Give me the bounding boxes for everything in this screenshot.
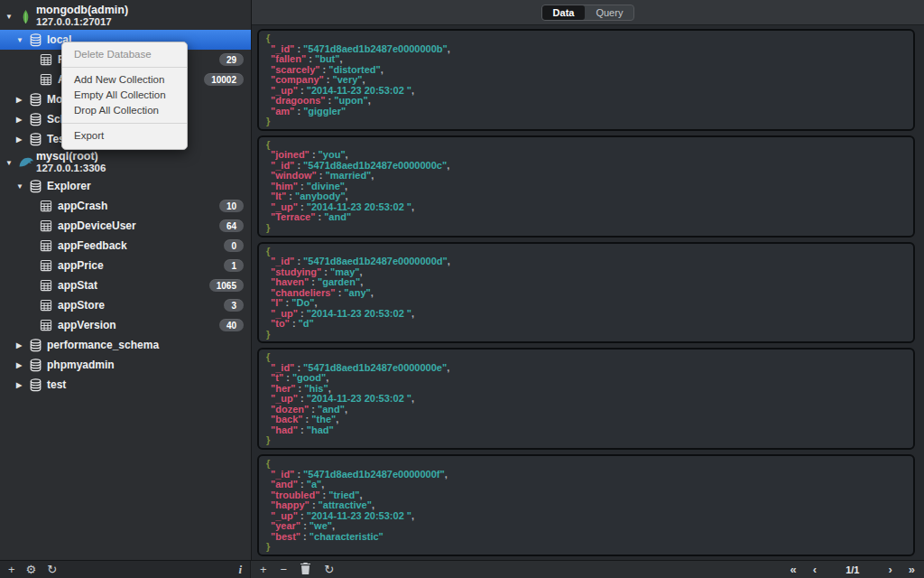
json-close-brace: } — [266, 330, 906, 340]
database-icon — [29, 180, 47, 193]
context-menu: Delete DatabaseAdd New CollectionEmpty A… — [61, 42, 188, 150]
menu-item-empty-all-collection[interactable]: Empty All Collection — [62, 88, 187, 103]
sidebar-item-appversion[interactable]: appVersion40 — [0, 315, 251, 335]
document-card[interactable]: {"_id" : "5471d8aed1b2487e0000000e","t" … — [257, 348, 915, 450]
database-icon — [29, 378, 47, 392]
sidebar-item-appfeedback[interactable]: appFeedback0 — [0, 236, 251, 256]
add-connection-button[interactable]: + — [8, 564, 15, 575]
minus-icon: − — [281, 564, 288, 575]
item-label: appVersion — [58, 319, 116, 331]
json-open-brace: { — [266, 140, 906, 151]
document-card[interactable]: {"joined" : "you","_id" : "5471d8aed1b24… — [257, 135, 915, 238]
mongodb-icon — [18, 9, 36, 24]
collection-icon — [40, 319, 58, 331]
sidebar-item-appprice[interactable]: appPrice1 — [0, 256, 251, 275]
documents-list: {"_id" : "5471d8aed1b2487e0000000b","fal… — [252, 25, 924, 560]
document-card[interactable]: {"_id" : "5471d8aed1b2487e0000000b","fal… — [257, 29, 915, 131]
collection-icon — [40, 239, 58, 252]
json-field: "dragoons" : "upon", — [266, 96, 906, 107]
delete-documents-button[interactable] — [300, 563, 310, 576]
prev-page-button[interactable]: ‹ — [813, 564, 817, 575]
sidebar-item-appstore[interactable]: appStore3 — [0, 295, 251, 315]
sidebar-connection-mongodb[interactable]: ▼mongodb(admin)127.0.0.1:27017 — [0, 3, 251, 30]
document-actions: +−↻ — [260, 563, 334, 576]
refresh-documents-button[interactable]: ↻ — [324, 564, 334, 575]
last-page-button[interactable]: » — [909, 564, 915, 575]
next-page-button[interactable]: › — [888, 564, 892, 575]
sidebar-item-appdeviceuser[interactable]: appDeviceUser64 — [0, 216, 251, 236]
plus-icon: + — [8, 564, 15, 575]
sidebar-toolbar: +⚙↻i — [0, 561, 251, 578]
refresh-icon: ↻ — [47, 564, 57, 575]
chevron-right-icon[interactable]: ▶ — [16, 96, 29, 104]
record-count-badge: 40 — [219, 319, 244, 331]
record-count-badge: 64 — [219, 219, 244, 232]
sidebar-item-performance_schema[interactable]: ▶performance_schema — [0, 335, 251, 355]
record-count-badge: 1065 — [209, 279, 244, 292]
menu-item-export[interactable]: Export — [62, 128, 187, 144]
record-count-badge: 10 — [219, 200, 244, 212]
sidebar-connection-mysql[interactable]: ▼mysql(root)127.0.0.1:3306 — [0, 149, 251, 176]
tab-data[interactable]: Data — [542, 5, 586, 20]
json-field: "back" : "the", — [266, 415, 906, 425]
menu-item-drop-all-collection[interactable]: Drop All Collection — [62, 103, 187, 118]
chevron-right-icon[interactable]: ▶ — [16, 381, 29, 389]
view-mode-bar: Data Query — [252, 0, 924, 25]
remove-document-button[interactable]: − — [281, 564, 288, 575]
chevron-down-icon[interactable]: ▼ — [5, 13, 18, 21]
document-card[interactable]: {"_id" : "5471d8aed1b2487e0000000d","stu… — [257, 242, 915, 344]
json-close-brace: } — [266, 223, 906, 234]
json-close-brace: } — [266, 435, 906, 446]
chevron-down-icon[interactable]: ▼ — [16, 182, 29, 191]
sidebar-item-phpmyadmin[interactable]: ▶phpmyadmin — [0, 355, 251, 375]
chevron-right-icon[interactable]: ▶ — [16, 341, 29, 350]
connection-name: mongodb(admin) — [36, 5, 128, 16]
item-label: performance_schema — [47, 339, 159, 351]
status-bar: +⚙↻i +−↻ « ‹ 1/1 › » — [0, 560, 924, 578]
record-count-badge: 10002 — [204, 73, 244, 86]
collection-icon — [40, 53, 58, 66]
connection-name: mysql(root) — [36, 151, 106, 163]
chevron-down-icon[interactable]: ▼ — [16, 36, 29, 44]
document-card[interactable]: {"_id" : "5471d8aed1b2487e0000000f","and… — [257, 454, 915, 556]
add-document-button[interactable]: + — [260, 564, 267, 575]
database-icon — [29, 33, 47, 47]
mysql-icon — [18, 154, 36, 171]
json-close-brace: } — [266, 117, 906, 127]
collection-icon — [40, 200, 58, 212]
collection-icon — [40, 299, 58, 312]
json-field: "best" : "characteristic" — [266, 532, 906, 543]
item-label: appStat — [58, 279, 97, 292]
connection-settings-button[interactable]: ⚙ — [26, 564, 37, 575]
chevron-down-icon[interactable]: ▼ — [5, 159, 18, 167]
json-field: "_up" : "2014-11-23 20:53:02 ", — [266, 309, 906, 320]
sidebar-item-test[interactable]: ▶test — [0, 375, 251, 395]
view-mode-switcher: Data Query — [541, 5, 635, 21]
chevron-right-icon[interactable]: ▶ — [16, 361, 29, 369]
menu-item-add-new-collection[interactable]: Add New Collection — [62, 72, 187, 88]
first-page-button[interactable]: « — [790, 564, 797, 575]
record-count-badge: 1 — [224, 259, 244, 272]
content-area: ▼mongodb(admin)127.0.0.1:27017▼localF29A… — [0, 0, 924, 560]
sidebar-item-explorer[interactable]: ▼Explorer — [0, 176, 251, 196]
chevron-right-icon[interactable]: ▶ — [16, 116, 29, 124]
json-field: "window" : "married", — [266, 171, 906, 182]
collection-icon — [40, 259, 58, 272]
menu-item-delete-database[interactable]: Delete Database — [62, 47, 187, 62]
sidebar-item-appcrash[interactable]: appCrash10 — [0, 196, 251, 216]
item-label: appPrice — [58, 259, 104, 272]
reload-connections-button[interactable]: ↻ — [47, 564, 57, 575]
record-count-badge: 0 — [224, 239, 244, 252]
chevron-right-icon[interactable]: ▶ — [16, 135, 29, 144]
collection-icon — [40, 279, 58, 292]
record-count-badge: 3 — [224, 299, 244, 312]
json-field: "t" : "good", — [266, 373, 906, 384]
item-label: phpmyadmin — [47, 359, 115, 371]
sidebar-item-appstat[interactable]: appStat1065 — [0, 275, 251, 295]
info-button[interactable]: i — [238, 564, 242, 575]
item-label: appStore — [58, 299, 105, 312]
json-field: "had" : "had" — [266, 425, 906, 436]
database-icon — [29, 359, 47, 372]
item-label: test — [47, 378, 66, 391]
tab-query[interactable]: Query — [585, 5, 633, 20]
